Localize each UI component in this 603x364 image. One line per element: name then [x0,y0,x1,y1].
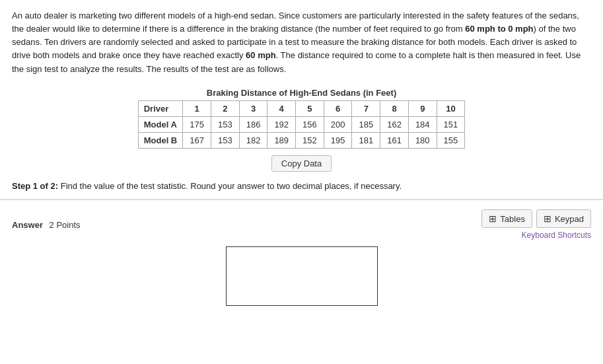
answer-section: Answer 2 Points ⊞ Tables ⊞ Keypad Keyboa… [0,200,603,315]
answer-label: Answer [12,220,43,230]
model-a-v1: 175 [183,116,211,132]
model-a-label: Model A [138,116,183,132]
table-container: Braking Distance of High-End Sedans (in … [12,88,591,172]
answer-header: Answer 2 Points ⊞ Tables ⊞ Keypad Keyboa… [12,209,591,240]
keyboard-shortcuts-link[interactable]: Keyboard Shortcuts [522,231,591,240]
col-header-5: 5 [296,100,324,116]
model-a-v3: 186 [239,116,267,132]
bold-speed-range: 60 mph to 0 mph [465,24,533,34]
answer-label-group: Answer 2 Points [12,220,81,230]
model-b-v7: 181 [352,132,380,148]
model-b-v8: 161 [380,132,409,148]
col-header-driver: Driver [138,100,183,116]
model-a-v2: 153 [211,116,239,132]
col-header-6: 6 [324,100,352,116]
answer-input[interactable] [226,246,378,306]
table-row-model-b: Model B 167 153 182 189 152 195 181 161 … [138,132,465,148]
copy-data-button[interactable]: Copy Data [271,155,332,172]
answer-input-area [12,246,591,306]
answer-tools: ⊞ Tables ⊞ Keypad Keyboard Shortcuts [481,209,591,240]
model-b-label: Model B [138,132,183,148]
table-row-model-a: Model A 175 153 186 192 156 200 185 162 … [138,116,465,132]
model-a-v8: 162 [380,116,409,132]
model-a-v6: 200 [324,116,352,132]
table-title: Braking Distance of High-End Sedans (in … [207,88,396,98]
step-label: Step 1 of 2: [12,181,58,191]
model-b-v10: 155 [437,132,465,148]
question-paragraph: An auto dealer is marketing two differen… [12,9,591,76]
model-b-v1: 167 [183,132,211,148]
col-header-1: 1 [183,100,211,116]
step-instruction: Step 1 of 2: Find the value of the test … [12,180,591,193]
model-a-v5: 156 [296,116,324,132]
model-b-v9: 180 [408,132,437,148]
col-header-9: 9 [408,100,437,116]
tables-label: Tables [500,214,525,224]
keypad-button[interactable]: ⊞ Keypad [536,209,591,228]
col-header-8: 8 [380,100,409,116]
tools-row: ⊞ Tables ⊞ Keypad [481,209,591,228]
model-b-v2: 153 [211,132,239,148]
col-header-4: 4 [267,100,296,116]
model-b-v4: 189 [267,132,296,148]
table-header-row: Driver 1 2 3 4 5 6 7 8 9 10 [138,100,465,116]
question-section: An auto dealer is marketing two differen… [0,0,603,200]
model-a-v4: 192 [267,116,296,132]
bold-speed: 60 mph [246,50,276,60]
col-header-10: 10 [437,100,465,116]
col-header-2: 2 [211,100,239,116]
model-a-v10: 151 [437,116,465,132]
keypad-label: Keypad [555,214,584,224]
tables-button[interactable]: ⊞ Tables [481,209,532,228]
answer-points: 2 Points [50,220,81,230]
col-header-3: 3 [239,100,267,116]
col-header-7: 7 [352,100,380,116]
model-a-v9: 184 [408,116,437,132]
braking-distance-table: Driver 1 2 3 4 5 6 7 8 9 10 Model A 175 [138,100,466,149]
model-b-v6: 195 [324,132,352,148]
step-detail: Find the value of the test statistic. Ro… [61,181,402,191]
keypad-icon: ⊞ [544,213,551,224]
model-b-v5: 152 [296,132,324,148]
model-b-v3: 182 [239,132,267,148]
model-a-v7: 185 [352,116,380,132]
tables-icon: ⊞ [489,213,497,224]
